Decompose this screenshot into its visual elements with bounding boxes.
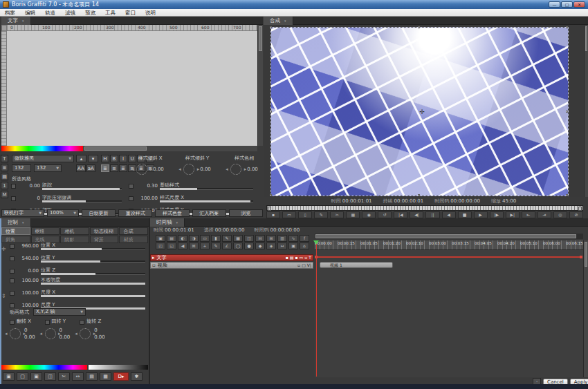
track-list-button[interactable]: ▤ xyxy=(167,235,176,242)
audio-button[interactable]: ◉ xyxy=(362,211,376,218)
align-right-button[interactable]: ≣ xyxy=(119,164,127,172)
timeline-horizontal-scrollbar[interactable] xyxy=(315,234,583,239)
split-view-button[interactable]: ◫ xyxy=(44,372,56,381)
minimize-button[interactable]: — xyxy=(549,1,560,8)
playhead-line[interactable] xyxy=(316,240,317,377)
animate-checkbox[interactable] xyxy=(45,320,50,325)
animate-checkbox[interactable] xyxy=(10,269,15,274)
text-tool-icon[interactable]: T xyxy=(1,155,8,162)
expand-chevron-icon[interactable]: ▫ xyxy=(152,263,156,268)
dial-knob[interactable] xyxy=(45,328,56,339)
circle-button[interactable]: ◯ xyxy=(233,243,243,249)
animate-checkbox[interactable] xyxy=(129,196,134,201)
maximize-button[interactable]: ▢ xyxy=(561,1,573,8)
control-tab-动态模糊[interactable]: 动态模糊 xyxy=(90,227,119,235)
dial-degrees[interactable]: 0.00 xyxy=(24,334,35,340)
track-option-icon[interactable]: ▪ xyxy=(286,255,288,260)
in-marker[interactable] xyxy=(268,207,271,211)
dial-revolutions[interactable]: 0 xyxy=(24,328,35,333)
slider-groove[interactable] xyxy=(41,273,145,275)
menu-档案[interactable]: 档案 xyxy=(0,9,20,17)
fit-button[interactable]: ↔ xyxy=(277,243,287,249)
play-button[interactable]: ▶ xyxy=(474,211,488,218)
edit-keyframe-button[interactable]: ✎ xyxy=(211,243,221,249)
diamond-button[interactable]: ◆ xyxy=(255,243,265,249)
font-size-field[interactable]: 132 xyxy=(12,164,31,172)
resize-button[interactable]: ↔ xyxy=(72,372,84,381)
selection-handle[interactable] xyxy=(566,26,568,28)
menu-说明[interactable]: 说明 xyxy=(140,9,160,17)
selection-handle[interactable] xyxy=(418,194,420,196)
panel-divider[interactable] xyxy=(149,218,150,384)
font-down-button[interactable]: ▾ xyxy=(88,155,98,162)
dial-revolutions[interactable]: 0 xyxy=(94,328,105,333)
slider-groove[interactable] xyxy=(41,283,145,285)
menu-轨道[interactable]: 轨道 xyxy=(40,9,60,17)
hue-strip[interactable] xyxy=(1,365,87,370)
scale-link-icon[interactable]: ⇕ xyxy=(1,293,8,299)
playhead-marker[interactable] xyxy=(313,240,319,245)
columns-button[interactable]: ◫ xyxy=(244,235,254,242)
rotation-order-dropdown[interactable]: X,Y,Z 轴▼ xyxy=(33,308,86,316)
pause-button[interactable]: || xyxy=(425,211,439,218)
loop-button[interactable]: ↺ xyxy=(378,211,392,218)
slider-groove[interactable] xyxy=(42,188,122,190)
control-tab-相机[interactable]: 相机 xyxy=(60,227,89,235)
trim-tool-button[interactable]: ✂ xyxy=(330,211,344,218)
slider-value[interactable]: 100.00 xyxy=(136,196,158,201)
dial-value[interactable]: 0.00 xyxy=(200,167,211,172)
frame-end-button[interactable]: ◱ xyxy=(167,243,176,249)
text-vertical-scrollbar[interactable] xyxy=(257,25,263,146)
pen-button[interactable]: ✎ xyxy=(222,235,232,242)
button-自动更新[interactable]: 自动更新 xyxy=(82,209,116,217)
button-汇入档案[interactable]: 汇入档案 xyxy=(192,209,226,217)
close-button[interactable]: ✕ xyxy=(573,1,585,8)
selection-handle[interactable] xyxy=(270,194,272,196)
expand-button[interactable]: ⊞ xyxy=(266,235,276,242)
titlebar[interactable]: Boris Graffiti 7.0 - 未命名项目 14 — ▢ ✕ xyxy=(0,0,588,9)
keyframe-type-button[interactable]: ◈ xyxy=(266,243,276,249)
control-tab-枢纽[interactable]: 枢纽 xyxy=(31,227,60,235)
slider-value[interactable]: 540.00 xyxy=(17,256,39,261)
safe-area-button[interactable]: ▭ xyxy=(282,211,296,218)
composite-scrubber[interactable] xyxy=(266,205,583,211)
text-canvas[interactable] xyxy=(7,31,257,146)
timer-button[interactable]: ◑ xyxy=(189,235,199,242)
ram-preview-button[interactable]: ◎ xyxy=(553,211,567,218)
animate-checkbox[interactable] xyxy=(10,291,15,296)
button-重设样式[interactable]: 重设样式 xyxy=(118,209,152,217)
dot-button[interactable]: ● xyxy=(244,243,254,249)
slider-value[interactable]: 100.00 xyxy=(17,278,39,283)
step-forward-button[interactable]: |▶ xyxy=(490,211,504,218)
settings-button[interactable]: ✱ xyxy=(131,372,143,381)
index-icon[interactable]: 1 xyxy=(1,182,8,189)
animate-checkbox[interactable] xyxy=(10,256,15,261)
expand-chevron-icon[interactable]: ▸ xyxy=(152,255,155,260)
menu-滤镜[interactable]: 滤镜 xyxy=(60,9,80,17)
grid-button[interactable]: ▦ xyxy=(233,235,243,242)
button-样式色盘[interactable]: 样式色盘 xyxy=(155,209,189,217)
grayscale-strip[interactable] xyxy=(89,365,148,370)
hard-return-button[interactable]: H xyxy=(101,155,109,162)
wave-button[interactable]: ∿ xyxy=(288,235,298,242)
slider-value[interactable]: 960.00 xyxy=(17,243,39,249)
dial-knob[interactable] xyxy=(230,164,241,175)
style-list-icon[interactable]: ≣ xyxy=(1,164,8,171)
animate-checkbox[interactable] xyxy=(129,184,134,189)
track-option-icon[interactable]: ▭ xyxy=(300,255,304,260)
back-button[interactable]: ◀ xyxy=(178,243,187,249)
record-button[interactable]: D▸ xyxy=(113,372,129,381)
control-tab-合成[interactable]: 合成 xyxy=(119,227,148,235)
bar-button[interactable]: ▭ xyxy=(200,235,210,242)
slider-value[interactable]: 100.00 xyxy=(17,290,39,296)
out-marker[interactable] xyxy=(578,207,582,211)
edit-tool-button[interactable]: ✎ xyxy=(314,211,328,218)
dial-knob[interactable] xyxy=(10,328,21,339)
library-button[interactable]: ▤ xyxy=(86,372,98,381)
menu-工具[interactable]: 工具 xyxy=(100,9,120,17)
slider-groove[interactable] xyxy=(41,248,145,250)
slider-groove[interactable] xyxy=(42,200,122,202)
quality-button[interactable]: ▦ xyxy=(346,211,360,218)
selection-handle[interactable] xyxy=(566,194,568,196)
mask-mode-button[interactable]: ◐ xyxy=(178,235,187,242)
